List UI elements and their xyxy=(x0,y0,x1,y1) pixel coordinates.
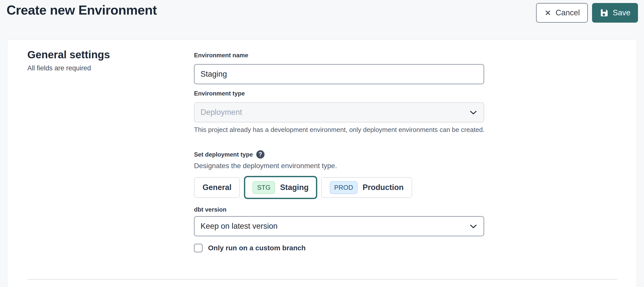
custom-branch-checkbox[interactable] xyxy=(194,244,203,252)
section-divider xyxy=(27,279,617,280)
deployment-type-option-production-label: Production xyxy=(363,183,404,192)
help-icon[interactable]: ? xyxy=(256,150,265,159)
custom-branch-label: Only run on a custom branch xyxy=(208,244,306,252)
prod-badge: PROD xyxy=(330,181,358,194)
save-icon xyxy=(600,8,609,17)
deployment-type-option-staging-label: Staging xyxy=(280,183,309,192)
environment-name-input[interactable] xyxy=(194,64,484,84)
chevron-down-icon xyxy=(470,222,477,231)
deployment-type-label-row: Set deployment type ? xyxy=(194,150,265,159)
deployment-type-option-staging[interactable]: STG Staging xyxy=(244,176,317,199)
close-icon xyxy=(544,9,552,17)
save-button[interactable]: Save xyxy=(592,3,638,23)
general-settings-card: General settings All fields are required… xyxy=(7,39,637,287)
environment-type-help-text: This project already has a development e… xyxy=(194,125,485,134)
environment-type-label: Environment type xyxy=(194,90,245,97)
dbt-version-value: Keep on latest version xyxy=(201,222,278,231)
save-button-label: Save xyxy=(613,8,630,17)
header-actions: Cancel Save xyxy=(536,3,638,23)
dbt-version-label: dbt version xyxy=(194,206,226,213)
cancel-button[interactable]: Cancel xyxy=(536,3,588,23)
deployment-type-description: Designates the deployment environment ty… xyxy=(194,162,337,170)
deployment-type-option-production[interactable]: PROD Production xyxy=(321,177,412,198)
custom-branch-row: Only run on a custom branch xyxy=(194,244,306,252)
deployment-type-options: General STG Staging PROD Production xyxy=(194,176,412,199)
environment-type-value: Deployment xyxy=(201,108,242,117)
section-subtitle: All fields are required xyxy=(27,64,91,72)
deployment-type-option-general[interactable]: General xyxy=(194,177,240,198)
environment-type-select[interactable]: Deployment xyxy=(194,102,484,122)
dbt-version-select[interactable]: Keep on latest version xyxy=(194,216,484,236)
page-title: Create new Environment xyxy=(7,3,157,18)
deployment-type-option-general-label: General xyxy=(203,183,231,192)
stg-badge: STG xyxy=(252,181,275,194)
deployment-type-label: Set deployment type xyxy=(194,151,253,158)
section-title: General settings xyxy=(27,49,110,61)
cancel-button-label: Cancel xyxy=(556,8,580,17)
chevron-down-icon xyxy=(470,108,477,117)
environment-name-label: Environment name xyxy=(194,52,248,59)
